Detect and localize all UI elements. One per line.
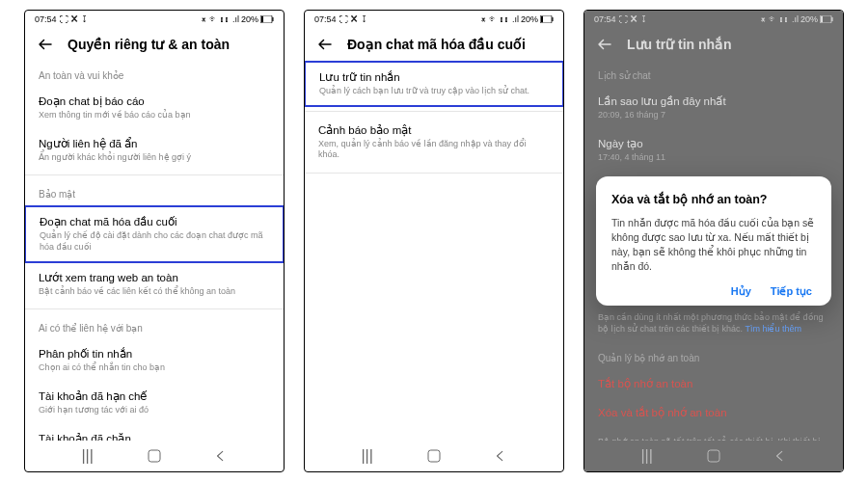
item-subtitle: Ẩn người khác khỏi người liên hệ gợi ý [39,152,270,164]
header: Quyền riêng tư & an toàn [25,28,284,61]
list-item[interactable]: Tài khoản đã chặnKhông cho ai đó liên hệ… [25,424,284,441]
system-nav-bar: ||| [25,441,284,471]
status-right-icons: ⌘ ᯤ ⫾⫾ .ıl [481,14,519,24]
svg-rect-1 [261,16,263,22]
svg-rect-6 [552,17,553,21]
status-bar: 07:54 ⛶ ✕ ↧ ⌘ ᯤ ⫾⫾ .ıl 20% [25,11,284,28]
item-subtitle: Quản lý cách bạn lưu trữ và truy cập vào… [319,86,549,97]
screen-privacy-safety: 07:54 ⛶ ✕ ↧ ⌘ ᯤ ⫾⫾ .ıl 20% Quyền riêng t… [24,10,285,472]
settings-list[interactable]: An toàn và vui khỏeĐoạn chat bị báo cáoX… [25,61,284,441]
dialog-body: Tin nhắn được mã hóa đầu cuối của bạn sẽ… [611,216,816,275]
divider [25,308,284,309]
status-right-icons: ⌘ ᯤ ⫾⫾ .ıl [202,14,239,24]
divider [305,111,563,112]
screen-message-storage: 07:54 ⛶ ✕ ↧ ⌘ ᯤ ⫾⫾ .ıl 20% Lưu trữ tin n… [583,10,844,472]
divider [305,173,563,174]
status-left-icons: ⛶ ✕ ↧ [60,14,87,24]
item-subtitle: Quản lý chế độ cài đặt dành cho các đoạn… [40,230,269,253]
header: Đoạn chat mã hóa đầu cuối [305,28,563,61]
status-time: 07:54 [35,14,57,24]
nav-home-button[interactable] [135,448,174,464]
item-title: Phân phối tin nhắn [39,347,270,361]
list-item[interactable]: Người liên hệ đã ẩnẨn người khác khỏi ng… [25,129,284,172]
item-title: Người liên hệ đã ẩn [39,137,270,150]
item-subtitle: Xem, quản lý cảnh báo về lần đăng nhập v… [318,139,550,161]
status-left-icons: ⛶ ✕ ↧ [339,14,366,24]
status-battery: 20% [521,14,538,24]
dialog-continue-button[interactable]: Tiếp tục [771,285,812,298]
settings-list[interactable]: Lưu trữ tin nhắnQuản lý cách bạn lưu trữ… [305,61,563,441]
section-label: Bảo mật [25,179,284,205]
battery-icon [540,15,554,23]
confirm-dialog: Xóa và tắt bộ nhớ an toàn? Tin nhắn được… [596,176,831,307]
item-title: Lướt xem trang web an toàn [39,271,270,284]
svg-rect-3 [149,450,160,462]
back-icon[interactable] [37,36,54,53]
nav-recent-button[interactable]: ||| [348,447,387,465]
battery-icon [260,15,274,23]
nav-back-button[interactable] [481,449,520,463]
list-item[interactable]: Lướt xem trang web an toànBật cảnh báo v… [25,263,284,306]
item-title: Đoạn chat mã hóa đầu cuối [40,215,269,228]
nav-recent-button[interactable]: ||| [68,447,107,465]
divider [25,174,284,175]
item-subtitle: Bật cảnh báo về các liên kết có thể khôn… [39,286,270,298]
item-subtitle: Chọn ai có thể nhắn tin cho bạn [39,362,270,374]
dialog-backdrop: Xóa và tắt bộ nhớ an toàn? Tin nhắn được… [584,11,843,471]
list-item[interactable]: Cảnh báo bảo mậtXem, quản lý cảnh báo về… [305,116,563,169]
list-item[interactable]: Tài khoản đã hạn chếGiới hạn tương tác v… [25,382,284,424]
svg-rect-7 [428,450,440,462]
list-item[interactable]: Phân phối tin nhắnChọn ai có thể nhắn ti… [25,339,284,382]
item-title: Đoạn chat bị báo cáo [39,94,270,108]
list-item[interactable]: Đoạn chat mã hóa đầu cuốiQuản lý chế độ … [25,205,284,262]
item-title: Cảnh báo bảo mật [318,123,550,137]
status-battery: 20% [241,14,258,24]
screen-e2e-chats: 07:54 ⛶ ✕ ↧ ⌘ ᯤ ⫾⫾ .ıl 20% Đoạn chat mã … [304,10,564,472]
item-title: Tài khoản đã hạn chế [39,389,270,403]
section-label: Ai có thể liên hệ với bạn [25,313,284,339]
section-label: An toàn và vui khỏe [25,61,284,87]
svg-rect-5 [541,16,543,22]
dialog-cancel-button[interactable]: Hủy [731,285,751,298]
status-time: 07:54 [314,14,337,24]
back-icon[interactable] [316,36,334,53]
nav-back-button[interactable] [202,449,240,463]
page-title: Đoạn chat mã hóa đầu cuối [347,37,526,52]
nav-home-button[interactable] [415,448,453,464]
item-subtitle: Giới hạn tương tác với ai đó [39,405,270,416]
list-item[interactable]: Lưu trữ tin nhắnQuản lý cách bạn lưu trữ… [305,61,563,107]
status-bar: 07:54 ⛶ ✕ ↧ ⌘ ᯤ ⫾⫾ .ıl 20% [305,11,563,28]
page-title: Quyền riêng tư & an toàn [68,37,230,52]
dialog-actions: Hủy Tiếp tục [611,285,816,298]
item-title: Lưu trữ tin nhắn [319,70,549,84]
list-item[interactable]: Đoạn chat bị báo cáoXem thông tin mới về… [25,87,284,129]
item-title: Tài khoản đã chặn [39,432,270,441]
system-nav-bar: ||| [305,441,563,471]
item-subtitle: Xem thông tin mới về báo cáo của bạn [39,110,270,121]
svg-rect-2 [272,17,273,21]
dialog-title: Xóa và tắt bộ nhớ an toàn? [611,192,816,206]
